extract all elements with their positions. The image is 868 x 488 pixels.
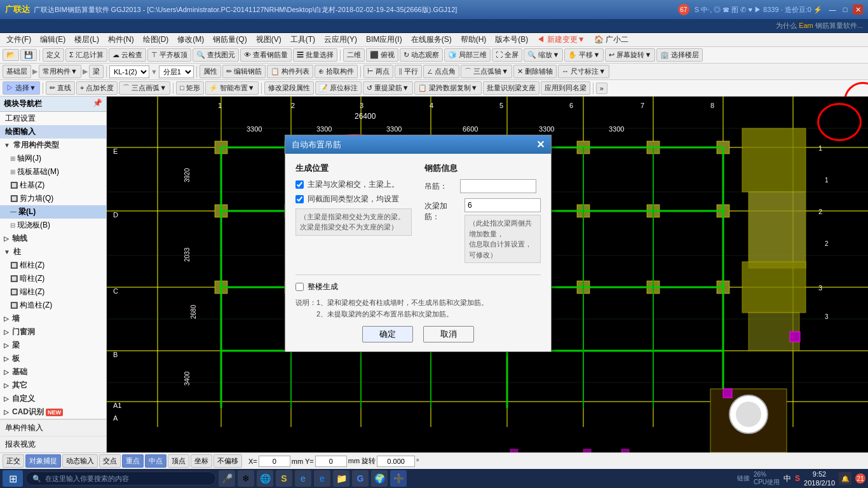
tb-delete-axis[interactable]: ✕ 删除辅轴 [513, 65, 557, 78]
menu-rebar[interactable]: 钢筋量(Q) [209, 33, 250, 46]
taskbar-icon-plus[interactable]: ➕ [390, 470, 407, 487]
tb-base-layer[interactable]: 基础层 [3, 65, 31, 78]
tb-select[interactable]: ▷ 选择▼ [3, 81, 40, 95]
x-input[interactable] [259, 456, 290, 467]
sidebar-report[interactable]: 报表视览 [0, 436, 106, 452]
sidebar-item-struct-col[interactable]: 🔲 构造柱(Z) [0, 299, 106, 312]
menu-edit[interactable]: 编辑(E) [36, 33, 69, 46]
sidebar-foundation-section[interactable]: ▷ 基础 [0, 365, 106, 379]
layer-select[interactable]: 分层1 [159, 65, 194, 78]
sidebar-other-section[interactable]: ▷ 其它 [0, 379, 106, 392]
menu-online[interactable]: 在线服务(S) [407, 33, 456, 46]
tb-batch-select[interactable]: ☰ 批量选择 [293, 48, 337, 62]
dialog-auto-place-stirrup[interactable]: 自动布置吊筋 ✕ 生成位置 主梁与次梁相交，主梁上。 [285, 135, 552, 352]
tb-local-3d[interactable]: 🧊 局部三维 [444, 48, 491, 62]
menu-modify[interactable]: 修改(M) [173, 33, 208, 46]
sidebar-pin[interactable]: 📌 [93, 98, 102, 109]
tb-find[interactable]: 🔍 查找图元 [193, 48, 239, 62]
menu-component[interactable]: 构件(N) [104, 33, 138, 46]
sidebar-wall-section[interactable]: ▷ 墙 [0, 312, 106, 325]
rot-input[interactable] [377, 456, 415, 467]
tb-icon-open[interactable]: 📂 [3, 49, 19, 61]
tb-common-components[interactable]: 常用构件▼ [39, 65, 81, 78]
tb-more[interactable]: » [596, 83, 607, 94]
bt-no-offset[interactable]: 不偏移 [214, 454, 242, 468]
sidebar-common-types[interactable]: ▼ 常用构件类型 [0, 139, 106, 152]
sidebar-item-dark-col[interactable]: 🔲 暗柱(Z) [0, 272, 106, 285]
sidebar-item-axis[interactable]: ⊞ 轴网(J) [0, 152, 106, 165]
y-input[interactable] [315, 456, 347, 467]
tb-pan[interactable]: ✋ 平移▼ [564, 48, 604, 62]
tb-point-angle[interactable]: ∠ 点点角 [423, 65, 459, 78]
sidebar-item-pile[interactable]: 🔲 柱基(Z) [0, 179, 106, 192]
tb-select-floor[interactable]: 🏢 选择楼层 [656, 48, 703, 62]
taskbar-icon-ie[interactable]: e [295, 470, 311, 487]
menu-draw[interactable]: 绘图(D) [139, 33, 173, 46]
tb-2d[interactable]: 二维 [343, 48, 365, 62]
tb-zoom[interactable]: 🔍 缩放▼ [524, 48, 563, 62]
tb-dynamic-view[interactable]: ↻ 动态观察 [400, 48, 443, 62]
menu-cloud[interactable]: 云应用(Y) [320, 33, 361, 46]
sidebar-beam-section2[interactable]: ▷ 梁 [0, 339, 106, 352]
tb-fullscreen[interactable]: ⛶ 全屏 [492, 48, 522, 62]
bt-object-snap[interactable]: 对象捕捉 [25, 454, 61, 468]
bt-dynamic-input[interactable]: 动态输入 [62, 454, 98, 468]
sidebar-item-shear-wall[interactable]: 🔲 剪力墙(Q) [0, 192, 106, 205]
tb-cloud-check[interactable]: ☁ 云检查 [109, 48, 146, 62]
bt-coord[interactable]: 坐标 [191, 454, 212, 468]
menu-file[interactable]: 文件(F) [3, 33, 35, 46]
taskbar-search[interactable]: 🔍 在这里输入你要搜索的内容 [25, 471, 216, 485]
dialog-ok-button[interactable]: 确定 [362, 326, 413, 342]
tb-property[interactable]: 属性 [200, 65, 221, 78]
bt-vertex[interactable]: 顶点 [168, 454, 189, 468]
sidebar-project-setup[interactable]: 工程设置 [0, 112, 106, 125]
sidebar-custom-section[interactable]: ▷ 自定义 [0, 392, 106, 405]
close-button[interactable]: ✕ [853, 4, 863, 15]
menu-view[interactable]: 视图(V) [252, 33, 285, 46]
tb-pick-component[interactable]: ⊕ 拾取构件 [315, 65, 358, 78]
taskbar-icon-folder[interactable]: 📁 [333, 470, 349, 487]
tb-line[interactable]: ✏ 直线 [46, 81, 75, 95]
sidebar-column-section[interactable]: ▼ 柱 [0, 245, 106, 259]
tb-define[interactable]: 定义 [43, 48, 64, 62]
tb-copy-span-data[interactable]: 📋 梁跨数据复制▼ [414, 81, 482, 95]
sidebar-item-end-col[interactable]: 🔲 端柱(Z) [0, 285, 106, 299]
taskbar-icon-globe[interactable]: 🌍 [371, 470, 388, 487]
menu-tools[interactable]: 工具(T) [287, 33, 319, 46]
tb-dim-note[interactable]: ↔ 尺寸标注▼ [558, 65, 609, 78]
taskbar-icon-task[interactable]: ❄ [238, 470, 254, 487]
sidebar-drawing-input[interactable]: 绘图输入 [0, 125, 106, 139]
sidebar-opening-section[interactable]: ▷ 门窗洞 [0, 325, 106, 339]
kl-select[interactable]: KL-1(2) [109, 65, 149, 78]
sidebar-slab-section[interactable]: ▷ 板 [0, 352, 106, 365]
tb-rectangle[interactable]: □ 矩形 [176, 81, 204, 95]
stirrup-input[interactable] [460, 179, 536, 193]
menu-help[interactable]: 帮助(H) [457, 33, 491, 46]
start-button[interactable]: ⊞ [3, 470, 23, 487]
menu-floor[interactable]: 楼层(L) [71, 33, 103, 46]
menu-assistant[interactable]: 🏠 广小二 [590, 33, 632, 46]
bt-intersection[interactable]: 交点 [99, 454, 121, 468]
taskbar-icon-edge[interactable]: e [314, 470, 330, 487]
taskbar-icon-browser[interactable]: 🌐 [257, 470, 273, 487]
tb-two-point[interactable]: ⊢ 两点 [363, 65, 393, 78]
tb-beam-type[interactable]: 梁 [89, 65, 104, 78]
sidebar-axis-section[interactable]: ▷ 轴线 [0, 232, 106, 245]
tb-align-top[interactable]: ⊤ 平齐板顶 [147, 48, 191, 62]
minimize-button[interactable]: — [827, 4, 837, 15]
tb-edit-rebar[interactable]: ✏ 编辑钢筋 [222, 65, 266, 78]
tb-batch-identify[interactable]: 批量识别梁支座 [483, 81, 539, 95]
menu-bim[interactable]: BIM应用(I) [362, 33, 406, 46]
sidebar-item-frame-col[interactable]: 🔲 框柱(Z) [0, 259, 106, 272]
tb-re-extract-beam[interactable]: ↺ 重提梁筋▼ [363, 81, 413, 95]
sidebar-single-input[interactable]: 单构件输入 [0, 419, 106, 436]
tb-arc-axis[interactable]: ⌒ 三点弧轴▼ [461, 65, 512, 78]
bt-orthogonal[interactable]: 正交 [3, 454, 24, 468]
tb-icon-save[interactable]: 💾 [20, 49, 37, 61]
dialog-cancel-button[interactable]: 取消 [423, 326, 474, 342]
tb-smart-place[interactable]: ⚡ 智能布置▼ [205, 81, 259, 95]
sidebar-item-raft[interactable]: ⊞ 筏板基础(M) [0, 165, 106, 179]
bt-center[interactable]: 中点 [145, 454, 166, 468]
taskbar-lang[interactable]: 中 [783, 473, 791, 484]
tb-screen-rotate[interactable]: ↩ 屏幕旋转▼ [605, 48, 655, 62]
